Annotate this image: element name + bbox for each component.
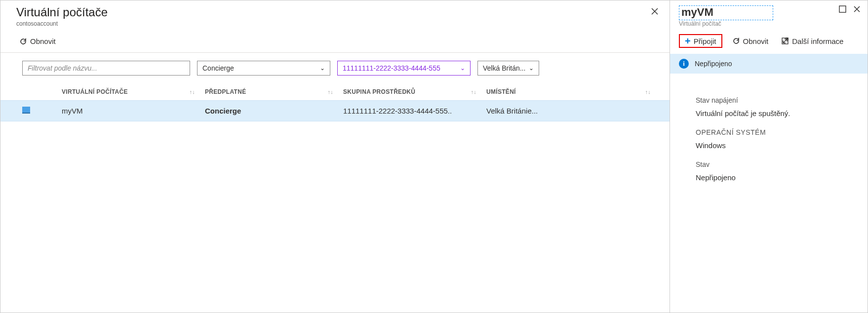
col-header-location[interactable]: Umístění ↑↓ <box>486 88 661 95</box>
connection-status-bar: i Nepřipojeno <box>670 54 868 74</box>
vm-icon <box>22 107 30 114</box>
info-icon: i <box>679 59 689 69</box>
vm-list-panel: Virtuální počítače contosoaccount Obnovi… <box>0 0 670 313</box>
os-label: Operační systém <box>696 128 859 136</box>
chevron-down-icon: ⌄ <box>460 65 465 72</box>
right-header: myVM Virtuální počítač <box>670 0 868 29</box>
filter-bar: Concierge ⌄ 11111111-2222-3333-4444-555 … <box>0 53 670 83</box>
maximize-button[interactable] <box>839 5 846 15</box>
cell-resource-group: 11111111-2222-3333-4444-555.. <box>343 107 486 115</box>
sort-icon: ↑↓ <box>471 89 476 95</box>
table-header: Virtuální počítače ↑↓ Předplatné ↑↓ Skup… <box>0 83 670 100</box>
plus-icon: + <box>685 36 691 46</box>
connection-status-text: Nepřipojeno <box>695 60 732 68</box>
vm-subtitle: Virtuální počítač <box>679 20 773 27</box>
close-left-panel-button[interactable] <box>649 5 661 19</box>
sort-icon: ↑↓ <box>645 89 651 95</box>
chevron-down-icon: ⌄ <box>529 65 534 72</box>
right-toolbar: + Připojit Obnovit Další informace <box>670 29 868 54</box>
cell-location: Velká Británie... <box>486 107 661 115</box>
page-title: Virtuální počítače <box>16 5 108 19</box>
table-row[interactable]: myVM Concierge 11111111-2222-3333-4444-5… <box>0 100 670 121</box>
col-header-name[interactable]: Virtuální počítače ↑↓ <box>62 88 205 95</box>
status-label: Stav <box>696 160 859 168</box>
external-link-icon <box>781 37 789 45</box>
location-filter-select[interactable]: Velká Britán... ⌄ <box>477 61 539 76</box>
vm-title-box: myVM <box>679 5 773 20</box>
sort-icon: ↑↓ <box>189 89 195 95</box>
cell-subscription: Concierge <box>205 107 343 115</box>
svg-rect-0 <box>839 6 846 12</box>
left-header: Virtuální počítače contosoaccount <box>0 0 670 30</box>
close-right-panel-button[interactable] <box>853 5 861 15</box>
vm-detail-panel: myVM Virtuální počítač + Připojit Obnovi… <box>670 0 868 313</box>
os-value: Windows <box>696 141 859 150</box>
resource-group-filter-select[interactable]: 11111111-2222-3333-4444-555 ⌄ <box>337 61 471 76</box>
subscription-filter-select[interactable]: Concierge ⌄ <box>197 61 330 76</box>
left-toolbar: Obnovit <box>0 30 670 53</box>
refresh-detail-button[interactable]: Obnovit <box>729 35 772 47</box>
refresh-button[interactable]: Obnovit <box>16 35 59 47</box>
name-filter-input[interactable] <box>22 61 190 76</box>
col-header-subscription[interactable]: Předplatné ↑↓ <box>205 88 343 95</box>
refresh-icon <box>19 38 27 45</box>
status-value: Nepřipojeno <box>696 173 859 182</box>
power-state-value: Virtuální počítač je spuštěný. <box>696 109 859 117</box>
vm-title: myVM <box>681 6 713 19</box>
connect-button[interactable]: + Připojit <box>679 34 722 48</box>
sort-icon: ↑↓ <box>327 89 333 95</box>
vm-table: Virtuální počítače ↑↓ Předplatné ↑↓ Skup… <box>0 83 670 313</box>
page-subtitle: contosoaccount <box>16 20 108 27</box>
chevron-down-icon: ⌄ <box>320 65 325 72</box>
refresh-icon <box>732 37 740 45</box>
vm-details: Stav napájení Virtuální počítač je spušt… <box>670 74 868 187</box>
more-info-button[interactable]: Další informace <box>778 35 846 47</box>
power-state-label: Stav napájení <box>696 96 859 104</box>
cell-name: myVM <box>62 107 205 115</box>
col-header-resource-group[interactable]: Skupina prostředků ↑↓ <box>343 88 486 95</box>
refresh-label: Obnovit <box>30 37 56 45</box>
